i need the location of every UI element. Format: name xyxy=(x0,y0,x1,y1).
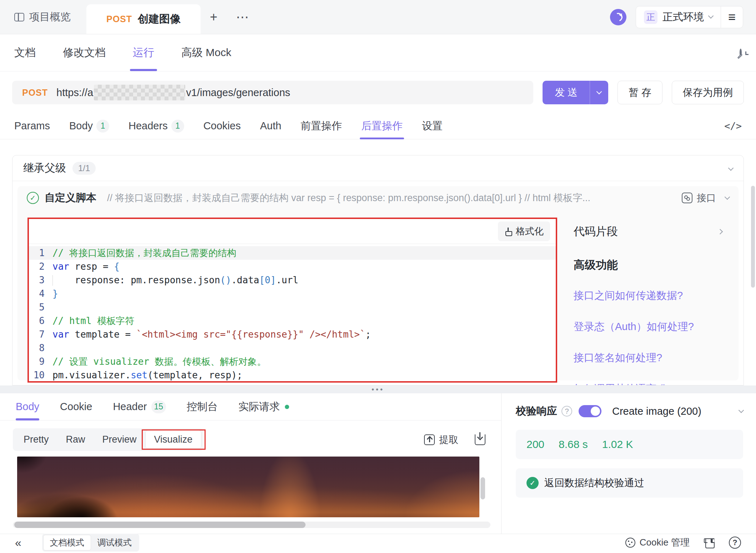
debug-mode-button[interactable]: 调试模式 xyxy=(91,535,138,550)
inherit-parent-row[interactable]: 继承父级 1/1 xyxy=(12,155,744,181)
code-snippets-label: 代码片段 xyxy=(574,224,618,239)
more-tabs-button[interactable]: ⋯ xyxy=(227,0,258,34)
status-code: 200 xyxy=(526,438,544,450)
window-scrollbar-thumb[interactable] xyxy=(751,186,755,288)
visualized-image-preview[interactable] xyxy=(17,457,479,517)
tab-response-header[interactable]: Header15 xyxy=(113,393,166,420)
send-label: 发 送 xyxy=(543,86,590,99)
url-input[interactable]: POST https://av1/images/generations xyxy=(12,81,533,104)
chevron-down-icon[interactable] xyxy=(739,407,744,413)
collapse-chevron[interactable] xyxy=(729,165,733,171)
cookie-icon xyxy=(625,538,635,548)
project-overview-label: 项目概览 xyxy=(29,10,71,24)
custom-script-block: ✓ 自定义脚本 // 将接口返回数据，封装成自己需要的结构 var resp =… xyxy=(17,186,739,380)
url-text: https://av1/images/generations xyxy=(56,85,290,100)
add-tab-button[interactable]: + xyxy=(201,0,227,34)
environment-selector[interactable]: 正 正式环境 xyxy=(636,10,721,24)
collapse-sidebar-button[interactable]: « xyxy=(15,537,21,548)
tab-post-response[interactable]: 后置操作 xyxy=(361,113,403,139)
horizontal-scrollbar[interactable] xyxy=(13,522,490,528)
tab-actual-request[interactable]: 实际请求 xyxy=(238,393,289,420)
custom-script-header[interactable]: ✓ 自定义脚本 // 将接口返回数据，封装成自己需要的结构 var resp =… xyxy=(17,186,739,210)
view-preview[interactable]: Preview xyxy=(94,430,145,449)
tab-docs[interactable]: 文档 xyxy=(14,34,36,71)
help-circle-icon[interactable]: ? xyxy=(729,537,741,549)
tab-params[interactable]: Params xyxy=(14,113,50,139)
tab-console[interactable]: 控制台 xyxy=(187,393,218,420)
line-number: 5 xyxy=(29,300,52,314)
menu-button[interactable]: ≡ xyxy=(721,10,743,25)
request-tab-active[interactable]: POST 创建图像 xyxy=(86,4,201,34)
tab-pre-request[interactable]: 前置操作 xyxy=(301,113,342,139)
custom-script-title: 自定义脚本 xyxy=(45,191,96,205)
line-code xyxy=(52,341,556,355)
cookie-manage-button[interactable]: Cookie 管理 xyxy=(625,536,690,549)
chevron-down-icon[interactable] xyxy=(725,194,730,200)
history-button[interactable] xyxy=(740,50,742,56)
code-line[interactable]: 1// 将接口返回数据，封装成自己需要的结构 xyxy=(29,246,556,260)
send-button[interactable]: 发 送 xyxy=(543,81,608,104)
tab-cookies[interactable]: Cookies xyxy=(203,113,241,139)
line-code: // 将接口返回数据，封装成自己需要的结构 xyxy=(52,246,556,260)
extract-button[interactable]: 提取 xyxy=(424,433,458,446)
response-left-pane: Body Cookie Header15 控制台 实际请求 Pretty Raw… xyxy=(0,393,502,534)
line-number: 1 xyxy=(29,246,52,260)
view-pretty[interactable]: Pretty xyxy=(15,430,57,449)
project-overview-tab[interactable]: 项目概览 xyxy=(0,0,86,34)
panel-resize-handle[interactable]: ••• xyxy=(0,385,756,393)
validation-pane: 校验响应 ? Create image (200) 200 8.68 s 1.0… xyxy=(502,393,756,534)
help-link-signature[interactable]: 接口签名如何处理? xyxy=(574,350,722,366)
tab-body[interactable]: Body1 xyxy=(69,113,109,139)
code-snippets-row[interactable]: 代码片段 xyxy=(574,224,722,239)
tab-edit-docs[interactable]: 修改文档 xyxy=(63,34,106,71)
code-line[interactable]: 7var template = `<html><img src="{{respo… xyxy=(29,328,556,341)
tab-settings[interactable]: 设置 xyxy=(422,113,443,139)
stash-button[interactable]: 暂 存 xyxy=(618,81,662,104)
vertical-scrollbar-thumb[interactable] xyxy=(480,477,485,499)
validate-toggle[interactable] xyxy=(579,405,601,417)
code-line[interactable]: 4} xyxy=(29,287,556,300)
tab-headers[interactable]: Headers1 xyxy=(128,113,184,139)
send-options-button[interactable] xyxy=(590,81,608,104)
line-number: 10 xyxy=(29,368,52,381)
tab-response-body[interactable]: Body xyxy=(16,393,39,420)
theme-icon[interactable] xyxy=(704,538,715,548)
code-line[interactable]: 10pm.visualizer.set(template, resp); xyxy=(29,368,556,381)
code-view-icon[interactable]: </> xyxy=(724,120,742,131)
horizontal-scrollbar-thumb[interactable] xyxy=(14,522,306,528)
script-code-editor[interactable]: 格式化 1// 将接口返回数据，封装成自己需要的结构2var resp = {3… xyxy=(27,218,557,383)
line-code: // html 模板字符 xyxy=(52,314,556,328)
view-visualize[interactable]: Visualize xyxy=(145,430,202,449)
download-icon[interactable] xyxy=(475,434,485,445)
tab-run[interactable]: 运行 xyxy=(133,34,154,71)
clock-edit-icon xyxy=(740,49,742,57)
format-button[interactable]: 格式化 xyxy=(498,221,550,241)
code-line[interactable]: 6// html 模板字符 xyxy=(29,314,556,328)
code-line[interactable]: 2var resp = { xyxy=(29,260,556,273)
help-link-auth[interactable]: 登录态（Auth）如何处理? xyxy=(574,319,722,335)
environment-badge: 正 xyxy=(644,10,657,24)
response-stats: 200 8.68 s 1.02 K xyxy=(516,430,743,459)
sync-button[interactable] xyxy=(610,9,626,25)
view-raw[interactable]: Raw xyxy=(57,430,94,449)
green-dot-indicator xyxy=(285,405,289,409)
doc-mode-button[interactable]: 文档模式 xyxy=(43,535,91,550)
code-line[interactable]: 5 xyxy=(29,300,556,314)
headers-count-badge: 1 xyxy=(171,120,184,133)
request-tab-title: 创建图像 xyxy=(138,12,181,26)
help-link-pass-data[interactable]: 接口之间如何传递数据? xyxy=(574,288,722,304)
code-line[interactable]: 3 response: pm.response.json().data[0].u… xyxy=(29,273,556,287)
code-line[interactable]: 9// 设置 visualizer 数据。传模板、解析对象。 xyxy=(29,355,556,368)
tab-advanced-mock[interactable]: 高级 Mock xyxy=(181,34,231,71)
save-as-case-button[interactable]: 保存为用例 xyxy=(672,81,744,104)
extract-icon xyxy=(424,434,435,445)
tab-auth[interactable]: Auth xyxy=(260,113,281,139)
help-link-other-languages[interactable]: 如何调用其他语言 (java、python、php 等)? xyxy=(574,381,722,385)
help-icon[interactable]: ? xyxy=(561,406,572,417)
tab-response-cookie[interactable]: Cookie xyxy=(60,393,92,420)
code-lines[interactable]: 1// 将接口返回数据，封装成自己需要的结构2var resp = {3 res… xyxy=(29,244,556,381)
code-line[interactable]: 8 xyxy=(29,341,556,355)
scope-selector[interactable]: 接口 xyxy=(682,191,716,204)
response-size: 1.02 K xyxy=(602,438,633,450)
view-visualize-wrap: Visualize xyxy=(145,434,202,445)
